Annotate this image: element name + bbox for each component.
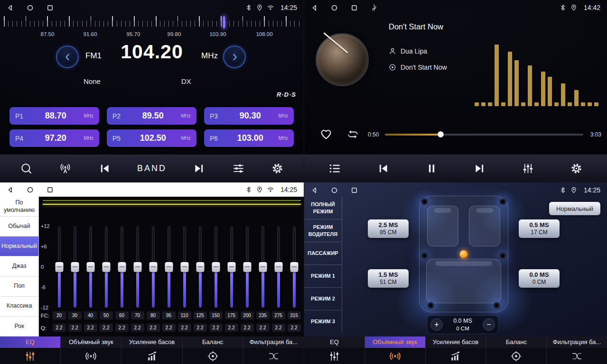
delay-front-left-button[interactable]: 2.5 MS 85 CM <box>368 219 409 238</box>
eq-band-slider-235[interactable] <box>255 226 271 308</box>
home-icon[interactable] <box>27 186 34 193</box>
eq-preset-item[interactable]: Поп <box>0 277 38 297</box>
eq-preset-item[interactable]: Нормальный <box>0 237 38 256</box>
delay-increase-button[interactable]: + <box>430 318 443 331</box>
tab-bass-boost-left[interactable]: Усиление басов <box>121 337 182 364</box>
home-icon[interactable] <box>331 187 338 194</box>
tab-bass-boost-right[interactable]: Усиление басов <box>426 337 486 364</box>
seek-bar-knob[interactable] <box>438 131 444 137</box>
slider-handle[interactable] <box>55 262 63 272</box>
preset-button-p6[interactable]: P6103.00MHz <box>204 129 294 147</box>
slider-handle[interactable] <box>212 262 220 272</box>
settings-button[interactable] <box>271 162 284 175</box>
playlist-button[interactable] <box>328 162 341 175</box>
slider-handle[interactable] <box>102 262 110 272</box>
slider-handle[interactable] <box>227 262 235 272</box>
tab-balance-left[interactable]: Баланс <box>183 337 243 364</box>
delay-rear-left-button[interactable]: 1.5 MS 51 CM <box>368 269 409 288</box>
delay-decrease-button[interactable]: − <box>483 318 495 331</box>
recents-icon[interactable] <box>47 4 54 11</box>
back-icon[interactable] <box>7 186 14 193</box>
eq-settings-button[interactable] <box>232 162 245 175</box>
slider-handle[interactable] <box>196 262 204 272</box>
next-track-button[interactable] <box>473 162 486 175</box>
delay-front-right-button[interactable]: 0.5 MS 17 CM <box>519 219 560 238</box>
sound-mode-item-6[interactable]: РЕЖИМ 3 <box>304 310 342 333</box>
scan-button[interactable] <box>20 162 33 175</box>
sound-mode-item-3[interactable]: ПАССАЖИР <box>304 242 342 265</box>
prev-track-button[interactable] <box>377 162 390 175</box>
preset-button-p2[interactable]: P289.50MHz <box>107 107 196 125</box>
tune-up-button[interactable] <box>223 46 246 68</box>
slider-handle[interactable] <box>259 262 267 272</box>
delay-rear-right-button[interactable]: 0.0 MS 0 CM <box>519 269 560 288</box>
recents-icon[interactable] <box>47 186 54 193</box>
sound-preset-badge[interactable]: Нормальный <box>549 202 600 215</box>
slider-handle[interactable] <box>149 262 157 272</box>
recents-icon[interactable] <box>351 4 358 11</box>
next-button[interactable] <box>193 162 205 175</box>
eq-band-slider-125[interactable] <box>192 226 208 308</box>
tab-eq-left[interactable]: EQ <box>0 337 61 364</box>
eq-band-slider-30[interactable] <box>67 226 83 308</box>
eq-band-slider-175[interactable] <box>224 226 239 308</box>
seek-bar[interactable] <box>385 134 583 136</box>
sound-mode-item-1[interactable]: ПОЛНЫЙ РЕЖИМ <box>304 197 342 219</box>
back-icon[interactable] <box>7 4 14 11</box>
eq-band-slider-275[interactable] <box>271 226 286 308</box>
repeat-button[interactable] <box>347 128 359 142</box>
listening-position-ball[interactable] <box>460 250 468 258</box>
settings-button[interactable] <box>570 162 583 175</box>
eq-settings-button[interactable] <box>522 162 534 175</box>
tab-eq-right[interactable]: EQ <box>304 337 365 364</box>
sound-mode-item-5[interactable]: РЕЖИМ 2 <box>304 288 342 310</box>
sound-mode-item-2[interactable]: РЕЖИМ ВОДИТЕЛЯ <box>304 219 342 242</box>
preset-button-p1[interactable]: P188.70MHz <box>9 107 99 125</box>
tab-balance-right[interactable]: Баланс <box>486 337 547 364</box>
slider-handle[interactable] <box>165 262 173 272</box>
slider-handle[interactable] <box>243 262 251 272</box>
preset-button-p5[interactable]: P5102.50MHz <box>107 129 196 147</box>
tab-filter-left[interactable]: Фильтрация ба... <box>243 337 304 364</box>
favorite-button[interactable] <box>319 127 333 142</box>
eq-band-slider-150[interactable] <box>208 226 224 308</box>
eq-band-slider-50[interactable] <box>98 226 114 308</box>
tune-down-button[interactable] <box>56 46 79 68</box>
eq-preset-item[interactable]: Обычай <box>0 217 38 237</box>
slider-handle[interactable] <box>86 262 94 272</box>
pause-button[interactable] <box>425 162 438 175</box>
slider-handle[interactable] <box>133 262 141 272</box>
eq-band-slider-70[interactable] <box>130 226 145 308</box>
tab-surround-right[interactable]: Объёмный звук <box>365 337 426 364</box>
album-art[interactable] <box>316 33 369 86</box>
recents-icon[interactable] <box>351 187 358 194</box>
eq-band-slider-60[interactable] <box>114 226 130 308</box>
eq-band-slider-40[interactable] <box>83 226 98 308</box>
eq-band-slider-200[interactable] <box>239 226 255 308</box>
prev-button[interactable] <box>98 162 111 175</box>
eq-band-slider-20[interactable] <box>51 226 67 308</box>
preset-button-p3[interactable]: P390.30MHz <box>204 107 294 125</box>
home-icon[interactable] <box>331 4 338 11</box>
eq-preset-item[interactable]: Рок <box>0 317 38 337</box>
slider-handle[interactable] <box>118 262 126 272</box>
back-icon[interactable] <box>311 187 318 194</box>
slider-handle[interactable] <box>274 262 282 272</box>
band-button[interactable]: BAND <box>137 164 167 173</box>
home-icon[interactable] <box>27 4 34 11</box>
tab-filter-right[interactable]: Фильтрация ба... <box>547 337 607 364</box>
sound-mode-item-4[interactable]: РЕЖИМ 1 <box>304 265 342 288</box>
eq-band-slider-110[interactable] <box>177 226 192 308</box>
eq-preset-item[interactable]: По умолчанию <box>0 197 38 217</box>
broadcast-button[interactable] <box>59 162 72 175</box>
back-icon[interactable] <box>311 4 318 11</box>
preset-button-p4[interactable]: P497.20MHz <box>9 129 99 147</box>
slider-handle[interactable] <box>290 262 298 272</box>
eq-preset-item[interactable]: Джаз <box>0 256 38 276</box>
slider-handle[interactable] <box>180 262 188 272</box>
eq-band-slider-95[interactable] <box>161 226 177 308</box>
eq-preset-item[interactable]: Классика <box>0 297 38 317</box>
slider-handle[interactable] <box>71 262 79 272</box>
eq-band-slider-315[interactable] <box>286 226 302 308</box>
eq-band-slider-80[interactable] <box>145 226 161 308</box>
